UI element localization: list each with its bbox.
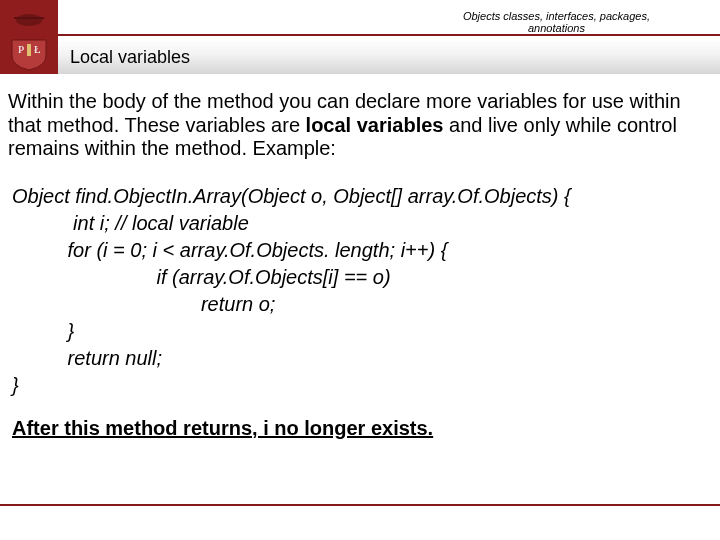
header-right: Objects classes, interfaces, packages, a… (58, 0, 720, 74)
code-line: for (i = 0; i < array.Of.Objects. length… (12, 237, 710, 264)
breadcrumb: Objects classes, interfaces, packages, a… (463, 10, 650, 34)
svg-text:P: P (18, 43, 24, 55)
slide: P Ł Objects classes, interfaces, package… (0, 0, 720, 540)
logo-shield-icon: P Ł (0, 0, 58, 74)
header: P Ł Objects classes, interfaces, package… (0, 0, 720, 74)
code-line: Object find.ObjectIn.Array(Object o, Obj… (12, 183, 710, 210)
code-line: return null; (12, 345, 710, 372)
code-line: int i; // local variable (12, 210, 710, 237)
svg-point-1 (16, 14, 42, 26)
bottom-rule (0, 504, 720, 506)
page-title: Local variables (70, 47, 190, 68)
svg-rect-2 (14, 17, 44, 19)
breadcrumb-underline (58, 34, 720, 36)
code-line: if (array.Of.Objects[i] == o) (12, 264, 710, 291)
breadcrumb-line1: Objects classes, interfaces, packages, (463, 10, 650, 22)
footer-statement: After this method returns, i no longer e… (8, 417, 710, 440)
code-block: Object find.ObjectIn.Array(Object o, Obj… (8, 183, 710, 399)
code-line: return o; (12, 291, 710, 318)
para-bold: local variables (306, 114, 444, 136)
content: Within the body of the method you can de… (0, 74, 720, 440)
breadcrumb-line2: annotations (528, 22, 585, 34)
svg-text:Ł: Ł (34, 43, 41, 55)
code-line: } (12, 372, 710, 399)
intro-paragraph: Within the body of the method you can de… (8, 90, 710, 161)
code-line: } (12, 318, 710, 345)
title-bar: Local variables (58, 41, 720, 74)
